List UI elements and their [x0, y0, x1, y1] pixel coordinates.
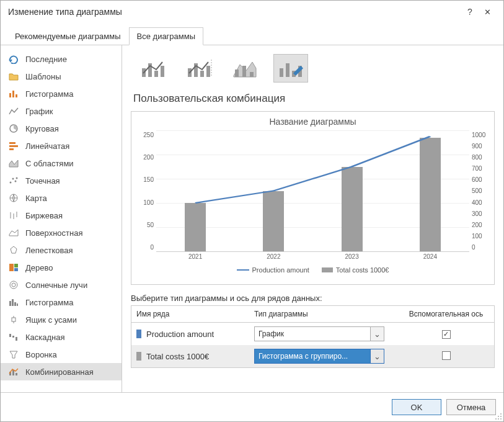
ok-button[interactable]: OK	[392, 399, 441, 415]
svg-point-9	[15, 181, 17, 182]
sidebar-item-label: Линейчатая	[25, 141, 69, 151]
svg-rect-18	[14, 268, 18, 271]
sidebar-item-label: Карта	[25, 194, 47, 203]
sidebar-item-sunburst[interactable]: Солнечные лучи	[1, 276, 122, 294]
sidebar-item-label: С областями	[25, 159, 74, 168]
sidebar-item-area[interactable]: С областями	[1, 155, 122, 172]
svg-point-52	[498, 416, 499, 417]
chart-plot-area: 250 200 150 100 50 0	[138, 130, 488, 252]
series-name: Total costs 1000€	[146, 352, 209, 361]
sidebar-item-boxplot[interactable]: Ящик с усами	[1, 311, 122, 328]
svg-rect-23	[14, 302, 16, 306]
col-header-axis: Вспомогательная ось	[398, 306, 494, 322]
sidebar-item-label: Биржевая	[25, 211, 63, 220]
chart-preview[interactable]: Название диаграммы 250 200 150 100 50 0	[131, 111, 495, 285]
y-axis-primary: 250 200 150 100 50 0	[138, 130, 156, 252]
svg-rect-46	[280, 68, 283, 77]
sidebar-item-recent[interactable]: Последние	[1, 50, 122, 68]
series-row-1: Total costs 1000€ Гистограмма с группиро…	[131, 345, 494, 367]
combo-subtype-custom[interactable]	[273, 54, 308, 83]
treemap-icon	[8, 262, 19, 273]
combo-chart-icon	[8, 366, 19, 377]
sidebar-item-radar[interactable]: Лепестковая	[1, 241, 122, 259]
svg-point-55	[495, 418, 497, 420]
legend-line-swatch	[237, 269, 249, 271]
svg-rect-41	[206, 66, 210, 77]
sidebar-item-line[interactable]: График	[1, 102, 122, 120]
sidebar-item-stock[interactable]: Биржевая	[1, 207, 122, 224]
content-panel: Пользовательская комбинация Название диа…	[122, 45, 503, 395]
svg-point-10	[16, 177, 18, 179]
tab-recommended[interactable]: Рекомендуемые диаграммы	[7, 27, 129, 45]
svg-point-50	[500, 413, 502, 415]
svg-rect-37	[161, 66, 164, 77]
svg-rect-30	[15, 337, 17, 341]
sidebar-item-label: Гистограмма	[25, 298, 73, 307]
dialog-footer: OK Отмена	[1, 392, 503, 421]
sunburst-icon	[8, 279, 19, 290]
sidebar-item-pie[interactable]: Круговая	[1, 120, 122, 137]
svg-rect-16	[9, 264, 14, 271]
series-type-select-1[interactable]: Гистограмма с группиро... ⌄	[254, 349, 384, 364]
chart-legend: Production amount Total costs 1000€	[138, 266, 488, 274]
combo-subtype-3[interactable]	[228, 54, 262, 83]
chevron-down-icon: ⌄	[370, 349, 384, 363]
sidebar-item-histogram[interactable]: Гистограмма	[1, 294, 122, 311]
recent-icon	[8, 53, 19, 65]
col-header-type: Тип диаграммы	[249, 306, 398, 322]
pie-chart-icon	[8, 123, 19, 134]
sidebar-item-waterfall[interactable]: Каскадная	[1, 328, 122, 346]
svg-point-20	[12, 283, 15, 287]
sidebar-item-label: Точечная	[25, 176, 60, 186]
series-table-header: Имя ряда Тип диаграммы Вспомогательная о…	[131, 306, 494, 323]
sidebar-item-label: Солнечные лучи	[25, 281, 87, 290]
line-series	[156, 130, 469, 251]
sidebar-item-treemap[interactable]: Дерево	[1, 259, 122, 276]
sidebar-item-bar[interactable]: Линейчатая	[1, 137, 122, 155]
combo-subtype-1[interactable]	[136, 54, 170, 83]
svg-marker-15	[11, 246, 17, 253]
y-axis-secondary: 1000 900 800 700 600 500 400 300 200 100…	[469, 130, 488, 252]
secondary-axis-checkbox-0[interactable]: ✓	[442, 330, 451, 339]
series-config-prompt: Выберите тип диаграммы и ось для рядов д…	[131, 294, 495, 303]
series-config-table: Имя ряда Тип диаграммы Вспомогательная о…	[131, 305, 495, 368]
sidebar-item-surface[interactable]: Поверхностная	[1, 224, 122, 241]
svg-point-8	[12, 178, 14, 180]
surface-chart-icon	[8, 227, 19, 238]
waterfall-icon	[8, 331, 19, 343]
sidebar-item-column[interactable]: Гистограмма	[1, 85, 122, 102]
sidebar-item-combo[interactable]: Комбинированная	[1, 363, 122, 380]
svg-rect-47	[286, 63, 290, 77]
sidebar-item-label: Комбинированная	[25, 367, 94, 377]
svg-point-51	[500, 416, 502, 417]
sidebar-item-label: Воронка	[25, 350, 57, 359]
sidebar-item-funnel[interactable]: Воронка	[1, 346, 122, 363]
resize-grip-icon[interactable]	[495, 413, 502, 420]
sidebar-item-templates[interactable]: Шаблоны	[1, 68, 122, 85]
secondary-axis-checkbox-1[interactable]	[442, 351, 451, 360]
svg-rect-1	[12, 91, 14, 97]
sidebar-item-scatter[interactable]: Точечная	[1, 172, 122, 189]
tab-all[interactable]: Все диаграммы	[129, 27, 204, 45]
map-icon	[8, 192, 19, 204]
close-button[interactable]: ✕	[479, 7, 496, 17]
svg-rect-5	[9, 145, 18, 147]
help-button[interactable]: ?	[461, 7, 479, 17]
series-type-select-0[interactable]: График ⌄	[254, 326, 384, 341]
x-axis: 2021 2022 2023 2024	[138, 253, 488, 260]
svg-rect-25	[12, 318, 15, 321]
series-row-0: Production amount График ⌄ ✓	[131, 323, 494, 345]
series-color-chip	[136, 330, 141, 338]
sidebar-item-map[interactable]: Карта	[1, 189, 122, 207]
sidebar-item-label: Шаблоны	[25, 72, 61, 81]
legend-bar-swatch	[322, 267, 333, 272]
legend-item-bar: Total costs 1000€	[322, 266, 389, 274]
cancel-button[interactable]: Отмена	[446, 399, 496, 415]
legend-item-line: Production amount	[237, 266, 309, 274]
combo-subtype-2[interactable]	[182, 54, 216, 83]
area-chart-icon	[8, 158, 19, 169]
column-chart-icon	[8, 88, 19, 99]
sidebar-item-label: Каскадная	[25, 333, 65, 342]
chart-subtype-row	[131, 52, 495, 91]
svg-point-53	[500, 418, 502, 420]
